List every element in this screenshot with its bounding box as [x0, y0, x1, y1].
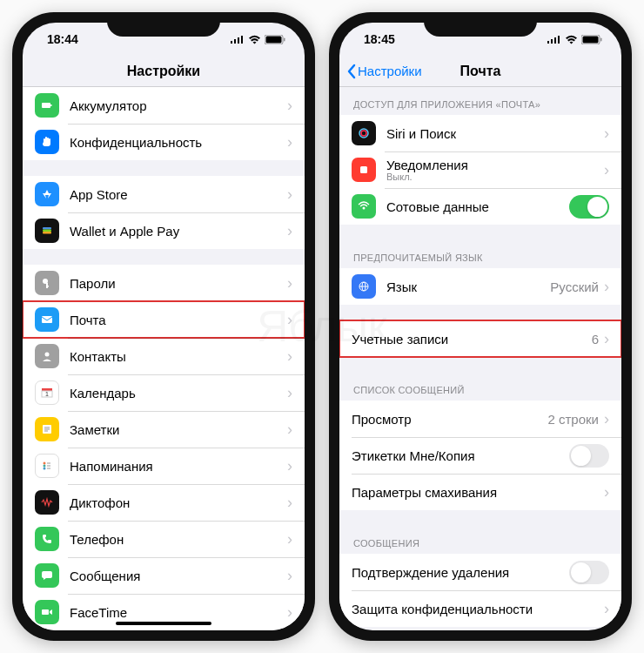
reminders-icon — [35, 454, 59, 478]
hand-icon — [35, 130, 59, 154]
svg-rect-7 — [42, 103, 50, 108]
svg-rect-8 — [50, 104, 52, 106]
settings-row[interactable]: Напоминания› — [23, 448, 305, 484]
battery-icon — [35, 93, 59, 118]
signal-icon — [547, 35, 561, 44]
settings-row[interactable]: Диктофон› — [23, 484, 305, 521]
row-label: Заметки — [70, 422, 287, 437]
back-label: Настройки — [358, 64, 422, 78]
chevron-right-icon: › — [287, 494, 292, 512]
battery-icon — [581, 35, 602, 44]
wallet-icon — [35, 219, 59, 243]
row-label: Wallet и Apple Pay — [70, 224, 287, 239]
status-time: 18:44 — [47, 32, 78, 46]
settings-row[interactable]: Wallet и Apple Pay› — [23, 212, 305, 249]
row-label: Язык — [386, 279, 550, 294]
settings-row[interactable]: Сотовые данные — [339, 188, 621, 225]
svg-text:1: 1 — [45, 391, 49, 397]
cellular-icon — [352, 194, 376, 219]
svg-point-16 — [45, 353, 50, 357]
row-label: Уведомления — [386, 158, 604, 172]
settings-row[interactable]: Этикетки Мне/Копия — [339, 437, 621, 474]
settings-row[interactable]: Пароли› — [23, 265, 305, 301]
chevron-right-icon: › — [287, 133, 292, 151]
notes-icon — [35, 417, 59, 441]
settings-row[interactable]: Заметки› — [23, 411, 305, 448]
contacts-icon — [35, 344, 59, 368]
settings-row[interactable]: 1Календарь› — [23, 374, 305, 411]
svg-rect-5 — [266, 36, 282, 43]
wifi-icon — [248, 35, 261, 44]
chevron-right-icon: › — [604, 278, 609, 296]
settings-row[interactable]: Аккумулятор› — [23, 87, 305, 124]
settings-row[interactable]: ЯзыкРусский› — [339, 268, 621, 305]
chevron-left-icon — [346, 64, 356, 79]
key-icon — [35, 271, 59, 295]
svg-point-25 — [44, 465, 46, 468]
settings-row[interactable]: Конфиденциальность› — [23, 124, 305, 160]
svg-rect-40 — [600, 37, 602, 41]
home-indicator[interactable] — [116, 622, 211, 625]
chevron-right-icon: › — [604, 483, 609, 502]
calendar-icon: 1 — [35, 380, 59, 405]
chevron-right-icon: › — [287, 311, 292, 329]
settings-row[interactable]: Параметры смахивания› — [339, 474, 621, 510]
settings-row[interactable]: Контакты› — [23, 338, 305, 374]
row-label: Календарь — [70, 386, 287, 401]
status-icons — [547, 35, 602, 44]
settings-list[interactable]: Аккумулятор›Конфиденциальность›App Store… — [23, 87, 305, 630]
svg-rect-30 — [42, 609, 49, 615]
svg-rect-35 — [551, 39, 553, 44]
svg-rect-1 — [234, 39, 236, 44]
chevron-right-icon: › — [604, 600, 609, 618]
svg-rect-36 — [554, 37, 556, 44]
row-label: Конфиденциальность — [70, 135, 287, 150]
notch — [107, 12, 220, 37]
chevron-right-icon: › — [287, 185, 292, 204]
back-button[interactable]: Настройки — [346, 64, 422, 79]
chevron-right-icon: › — [287, 274, 292, 293]
svg-rect-9 — [43, 227, 51, 230]
settings-group: Siri и Поиск›УведомленияВыкл.›Сотовые да… — [339, 115, 621, 225]
row-label: Учетные записи — [352, 332, 592, 347]
row-label: Телефон — [70, 532, 287, 547]
toggle-switch[interactable] — [569, 561, 609, 584]
settings-row[interactable]: Просмотр2 строки› — [339, 401, 621, 437]
settings-row[interactable]: Почта› — [23, 301, 305, 338]
settings-row[interactable]: УведомленияВыкл.› — [339, 151, 621, 188]
svg-rect-14 — [46, 286, 49, 287]
svg-rect-34 — [547, 41, 549, 44]
settings-row[interactable]: App Store› — [23, 176, 305, 212]
row-value: Русский — [550, 279, 599, 294]
svg-point-42 — [361, 131, 366, 136]
svg-rect-0 — [231, 41, 232, 44]
row-label: Подтверждение удаления — [352, 565, 569, 580]
globe-icon — [352, 274, 376, 299]
settings-row[interactable]: Сообщения› — [23, 557, 305, 594]
facetime-icon — [35, 600, 59, 624]
row-label: Почта — [70, 313, 287, 327]
row-label: Аккумулятор — [70, 98, 287, 113]
chevron-right-icon: › — [287, 97, 292, 115]
section-header: СПИСОК СООБЩЕНИЙ — [339, 373, 621, 401]
settings-row[interactable]: Учетные записи6› — [339, 320, 621, 357]
row-label: Просмотр — [352, 412, 547, 427]
toggle-switch[interactable] — [569, 195, 609, 219]
toggle-switch[interactable] — [569, 444, 609, 468]
mail-settings-list[interactable]: ДОСТУП ДЛЯ ПРИЛОЖЕНИЯ «ПОЧТА»Siri и Поис… — [339, 87, 621, 630]
chevron-right-icon: › — [287, 567, 292, 585]
row-label: Параметры смахивания — [352, 485, 604, 500]
settings-row[interactable]: Подтверждение удаления — [339, 554, 621, 590]
svg-rect-43 — [360, 166, 367, 173]
nav-bar: Настройки — [23, 56, 305, 87]
settings-row[interactable]: Siri и Поиск› — [339, 115, 621, 151]
chevron-right-icon: › — [287, 384, 292, 402]
voice-memo-icon — [35, 490, 59, 515]
svg-rect-6 — [284, 37, 285, 41]
settings-row[interactable]: Телефон› — [23, 521, 305, 557]
settings-group: Подтверждение удаленияЗащита конфиденциа… — [339, 554, 621, 627]
chevron-right-icon: › — [287, 457, 292, 475]
settings-row[interactable]: Защита конфиденциальности› — [339, 590, 621, 627]
section-header: СООБЩЕНИЯ — [339, 526, 621, 554]
chevron-right-icon: › — [604, 161, 609, 179]
